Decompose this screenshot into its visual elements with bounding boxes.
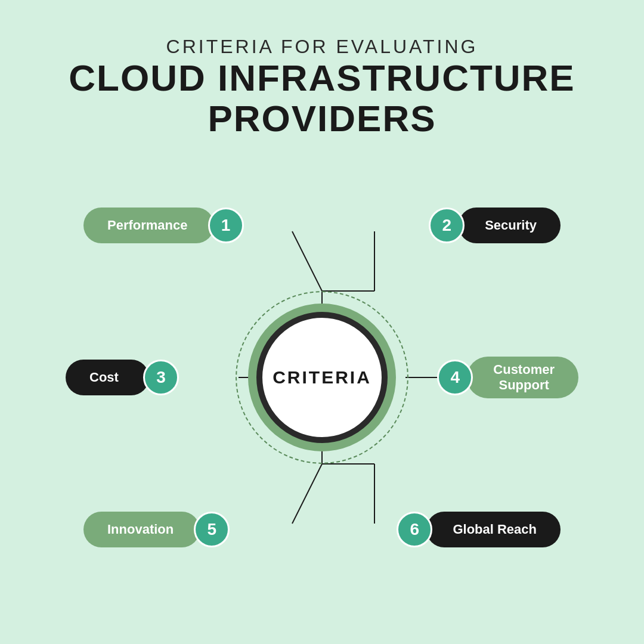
node-4-pill: CustomerSupport <box>467 357 578 398</box>
node-4-label: CustomerSupport <box>481 362 566 394</box>
node-performance: Performance 1 <box>83 208 244 243</box>
node-customer-support: CustomerSupport 4 <box>437 357 578 398</box>
center-label: CRITERIA <box>273 367 371 388</box>
node-4-number: 4 <box>437 360 473 395</box>
node-1-label: Performance <box>95 218 200 233</box>
page-header: CRITERIA FOR EVALUATING CLOUD INFRASTRUC… <box>0 36 644 139</box>
node-6-number: 6 <box>397 512 432 547</box>
node-3-number: 3 <box>143 360 179 395</box>
center-circle: CRITERIA <box>256 312 388 443</box>
node-1-number: 1 <box>208 208 244 243</box>
node-security: Security 2 <box>429 208 561 243</box>
node-global-reach: Global Reach 6 <box>397 512 561 547</box>
node-5-label: Innovation <box>95 522 185 537</box>
node-2-pill: Security <box>459 208 561 243</box>
node-cost: Cost 3 <box>66 360 179 395</box>
node-3-label: Cost <box>78 370 131 385</box>
header-title: CLOUD INFRASTRUCTURE PROVIDERS <box>0 58 644 139</box>
svg-line-0 <box>292 231 322 291</box>
node-6-label: Global Reach <box>441 522 549 537</box>
node-3-pill: Cost <box>66 360 149 395</box>
node-6-pill: Global Reach <box>426 512 561 547</box>
node-1-pill: Performance <box>83 208 214 243</box>
node-2-number: 2 <box>429 208 465 243</box>
svg-line-6 <box>292 464 322 524</box>
node-2-label: Security <box>473 218 549 233</box>
node-innovation: Innovation 5 <box>83 512 230 547</box>
header-subtitle: CRITERIA FOR EVALUATING <box>0 36 644 58</box>
diagram-container: CRITERIA Performance 1 Security 2 Cost 3… <box>54 163 590 592</box>
node-5-pill: Innovation <box>83 512 200 547</box>
